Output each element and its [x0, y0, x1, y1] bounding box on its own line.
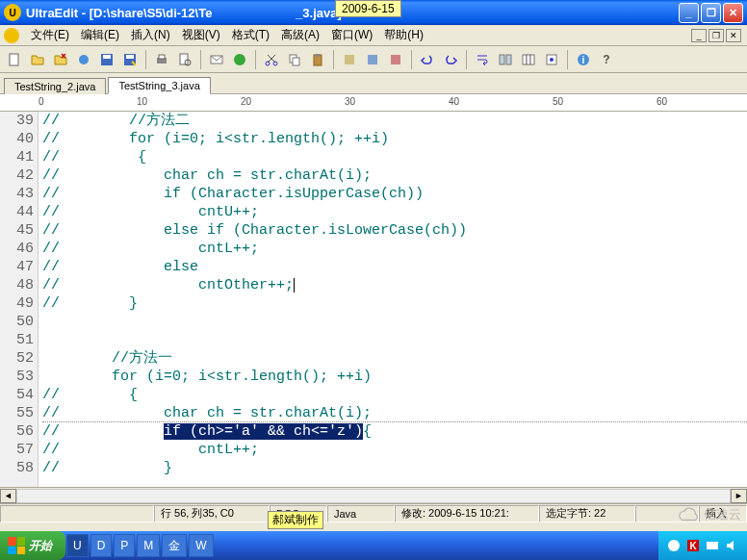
svg-rect-3: [103, 55, 111, 59]
watermark: 亿速云: [679, 504, 741, 525]
svg-rect-24: [527, 55, 530, 64]
tray-kav-icon[interactable]: K: [685, 538, 701, 553]
taskbar-item[interactable]: W: [189, 534, 213, 557]
svg-rect-23: [523, 55, 527, 64]
code-area[interactable]: // //方法二// for (i=0; i<str.length(); ++i…: [39, 112, 747, 487]
save-as-button[interactable]: [119, 49, 141, 70]
status-bar: 行 56, 列35, C0 DOS Java 修改: 2009-6-15 10:…: [0, 503, 747, 522]
tray-volume-icon[interactable]: [724, 538, 739, 553]
menu-advanced[interactable]: 高级(A): [275, 25, 325, 45]
svg-text:K: K: [689, 541, 697, 551]
wordwrap-button[interactable]: [472, 49, 493, 70]
menu-insert[interactable]: 插入(N): [125, 25, 176, 45]
svg-rect-34: [707, 542, 718, 549]
menu-window[interactable]: 窗口(W): [325, 25, 378, 45]
tool-btn-a[interactable]: [339, 49, 360, 70]
svg-text:i: i: [582, 55, 585, 65]
date-tooltip: 2009-6-15: [335, 0, 401, 17]
status-help: [0, 505, 154, 522]
mdi-restore-button[interactable]: ❐: [708, 29, 724, 42]
tray-icon[interactable]: [705, 538, 720, 553]
tab-teststring2[interactable]: TestString_2.java: [4, 78, 106, 94]
svg-rect-18: [345, 55, 354, 64]
svg-point-27: [550, 58, 554, 62]
author-overlay: 郝斌制作: [268, 511, 323, 529]
file-tabs: TestString_2.java TestString_3.java: [0, 73, 747, 94]
status-selection: 选定字节: 22: [539, 505, 635, 522]
columns-button[interactable]: [518, 49, 539, 70]
svg-rect-25: [530, 55, 534, 64]
open-file-button[interactable]: [27, 49, 48, 70]
svg-text:?: ?: [603, 53, 609, 66]
windows-flag-icon: [8, 537, 25, 554]
menu-help[interactable]: 帮助(H): [378, 25, 429, 45]
app-icon: U: [4, 4, 21, 21]
svg-rect-15: [293, 58, 299, 65]
menu-view[interactable]: 视图(V): [176, 25, 226, 45]
status-modified: 修改: 2009-6-15 10:21:: [395, 505, 539, 522]
tab-teststring3[interactable]: TestString_3.java: [108, 77, 210, 94]
system-tray[interactable]: K: [658, 531, 747, 560]
mdi-close-button[interactable]: ✕: [726, 29, 741, 42]
taskbar-item[interactable]: 金: [162, 534, 187, 557]
tray-icon[interactable]: [666, 538, 682, 553]
close-button[interactable]: ✕: [723, 3, 743, 23]
taskbar-item[interactable]: P: [114, 534, 135, 557]
svg-rect-8: [180, 54, 188, 64]
menu-bar: 文件(E) 编辑(E) 插入(N) 视图(V) 格式(T) 高级(A) 窗口(W…: [0, 25, 747, 46]
svg-point-11: [234, 54, 245, 65]
svg-rect-19: [368, 55, 377, 64]
scroll-right-button[interactable]: ►: [731, 489, 747, 503]
tool-btn-c[interactable]: [385, 49, 406, 70]
toolbar: i ?: [0, 46, 747, 73]
print-preview-button[interactable]: [174, 49, 195, 70]
paste-button[interactable]: [307, 49, 328, 70]
close-file-button[interactable]: [50, 49, 71, 70]
undo-button[interactable]: [417, 49, 438, 70]
show-spaces-button[interactable]: [495, 49, 516, 70]
svg-rect-17: [316, 54, 320, 57]
mdi-minimize-button[interactable]: _: [691, 29, 707, 42]
svg-point-1: [79, 55, 89, 64]
context-help-button[interactable]: ?: [596, 49, 617, 70]
copy-button[interactable]: [284, 49, 305, 70]
start-button[interactable]: 开始: [0, 531, 65, 560]
svg-rect-21: [500, 55, 504, 64]
scroll-track[interactable]: [16, 489, 731, 503]
print-button[interactable]: [151, 49, 172, 70]
ruler: 0 10 20 30 40 50 60: [0, 94, 747, 112]
menu-edit[interactable]: 编辑(E): [75, 25, 125, 45]
restore-button[interactable]: ❐: [701, 3, 721, 23]
horizontal-scrollbar[interactable]: ◄ ►: [0, 487, 747, 503]
svg-rect-20: [391, 55, 400, 64]
editor[interactable]: 3940414243444546474849505152535455565758…: [0, 112, 747, 487]
app-icon-small: [4, 28, 19, 43]
taskbar-item[interactable]: M: [137, 534, 160, 557]
svg-point-31: [668, 540, 680, 551]
svg-rect-5: [126, 55, 134, 59]
tag-list-button[interactable]: [541, 49, 562, 70]
web-button[interactable]: [229, 49, 250, 70]
taskbar-item[interactable]: D: [90, 534, 113, 557]
scroll-left-button[interactable]: ◄: [0, 489, 16, 503]
minimize-button[interactable]: _: [679, 3, 699, 23]
tool-btn-b[interactable]: [362, 49, 383, 70]
redo-button[interactable]: [440, 49, 461, 70]
cut-button[interactable]: [261, 49, 282, 70]
email-button[interactable]: [206, 49, 227, 70]
svg-rect-22: [506, 55, 511, 64]
menu-format[interactable]: 格式(T): [226, 25, 275, 45]
cloud-icon: [679, 504, 700, 525]
new-file-button[interactable]: [4, 49, 25, 70]
taskbar-item[interactable]: U: [66, 534, 89, 557]
windows-taskbar[interactable]: 开始 U D P M 金 W K: [0, 531, 747, 560]
svg-rect-0: [10, 54, 18, 65]
status-position: 行 56, 列35, C0: [154, 505, 270, 522]
ftp-button[interactable]: [73, 49, 94, 70]
svg-rect-7: [159, 55, 165, 59]
status-language: Java: [327, 505, 395, 522]
line-gutter: 3940414243444546474849505152535455565758: [0, 112, 39, 487]
menu-file[interactable]: 文件(E): [25, 25, 75, 45]
help-button[interactable]: i: [573, 49, 594, 70]
save-button[interactable]: [96, 49, 117, 70]
